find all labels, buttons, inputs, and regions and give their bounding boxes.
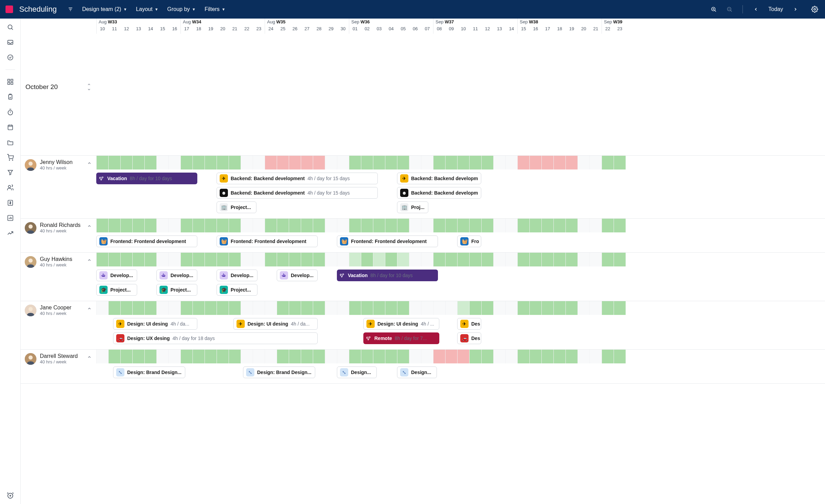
booking-bar[interactable]: 🚗Design: UX desing 4h / day for 18 days bbox=[113, 332, 318, 344]
resource-name: Jenny Wilson bbox=[40, 159, 73, 165]
resource-lane[interactable]: Vacation 8h / day for 10 days✈Backend: B… bbox=[96, 156, 825, 218]
booking-bar[interactable]: 🧺Fro bbox=[457, 235, 481, 247]
utilization-cell bbox=[180, 253, 192, 266]
booking-bar[interactable]: 🏢Proj... bbox=[397, 201, 428, 213]
app-logo[interactable] bbox=[6, 6, 13, 13]
team-filter-dropdown[interactable]: Design team (2)▼ bbox=[81, 4, 129, 14]
plane-icon: ✈ bbox=[236, 320, 245, 328]
svg-point-26 bbox=[29, 307, 33, 311]
booking-bar[interactable]: ☻Backend: Backend developm bbox=[397, 187, 481, 199]
utilization-cell bbox=[565, 253, 578, 266]
timer-icon[interactable] bbox=[7, 108, 14, 116]
dashboard-icon[interactable] bbox=[7, 78, 14, 86]
utilization-cell bbox=[553, 219, 565, 232]
utilization-cell bbox=[541, 219, 553, 232]
invoice-icon[interactable] bbox=[7, 199, 14, 207]
booking-bar[interactable]: 🎓Project... bbox=[96, 284, 137, 296]
utilization-cell bbox=[373, 301, 385, 315]
booking-bar[interactable]: ⛴Develop... bbox=[156, 270, 197, 281]
booking-bar[interactable]: 🧺Frontend: Frontend development bbox=[96, 235, 197, 247]
utilization-strip bbox=[96, 219, 825, 232]
date-stepper-icon[interactable] bbox=[87, 82, 91, 92]
barchart-icon[interactable] bbox=[7, 214, 14, 222]
utilization-cell bbox=[553, 350, 565, 363]
resource-name: Guy Hawkins bbox=[40, 256, 72, 262]
resource-row: Ronald Richards 40 hrs / week 🧺Frontend:… bbox=[21, 219, 825, 253]
settings-icon[interactable] bbox=[810, 4, 820, 14]
team-icon[interactable] bbox=[7, 184, 14, 191]
collapse-row-icon[interactable] bbox=[87, 222, 92, 229]
cart-icon[interactable] bbox=[7, 154, 14, 161]
folder-icon[interactable] bbox=[7, 139, 14, 146]
booking-bar[interactable]: 🧺Frontend: Frontend development bbox=[217, 235, 318, 247]
avatar[interactable] bbox=[25, 256, 36, 268]
utilization-cell bbox=[229, 301, 241, 315]
booking-bar[interactable]: ⛴Develop... bbox=[277, 270, 318, 281]
booking-bar[interactable]: ☻Backend: Backend development 4h / day f… bbox=[217, 187, 378, 199]
day-header: 17 bbox=[180, 26, 192, 34]
utilization-cell bbox=[253, 350, 265, 363]
trend-icon[interactable] bbox=[7, 229, 14, 237]
filters-dropdown[interactable]: Filters▼ bbox=[203, 4, 227, 14]
booking-label: Project... bbox=[170, 287, 191, 293]
resource-lane[interactable]: ⛴Develop...⛴Develop...⛴Develop...⛴Develo… bbox=[96, 253, 825, 301]
day-header: 18 bbox=[192, 26, 205, 34]
collapse-row-icon[interactable] bbox=[87, 256, 92, 263]
booking-bar[interactable]: 🚗Des bbox=[457, 332, 481, 344]
utilization-cell bbox=[505, 219, 517, 232]
utilization-cell bbox=[132, 253, 144, 266]
utilization-cell bbox=[156, 350, 168, 363]
resource-lane[interactable]: ⤡Design: Brand Design...⤡Design: Brand D… bbox=[96, 350, 825, 383]
collapse-row-icon[interactable] bbox=[87, 159, 92, 166]
booking-bar[interactable]: 🧺Frontend: Frontend development bbox=[337, 235, 438, 247]
avatar[interactable] bbox=[25, 159, 36, 171]
avatar[interactable] bbox=[25, 222, 36, 234]
booking-bar[interactable]: ⤡Design... bbox=[337, 366, 377, 378]
resource-lane[interactable]: ✈Design: UI desing 4h / da...✈Design: UI… bbox=[96, 301, 825, 349]
booking-bar[interactable]: ⛴Develop... bbox=[96, 270, 137, 281]
clipboard-icon[interactable] bbox=[7, 93, 14, 101]
booking-bar[interactable]: ✈Design: UI desing 4h / da... bbox=[113, 318, 197, 330]
svg-point-13 bbox=[9, 160, 10, 161]
booking-bar[interactable]: ✈Des bbox=[457, 318, 481, 330]
layout-dropdown[interactable]: Layout▼ bbox=[135, 4, 160, 14]
inbox-icon[interactable] bbox=[7, 39, 14, 46]
utilization-cell bbox=[541, 350, 553, 363]
collapse-row-icon[interactable] bbox=[87, 353, 92, 360]
add-alarm-icon[interactable] bbox=[7, 492, 14, 499]
collapse-row-icon[interactable] bbox=[87, 305, 92, 311]
funnel-icon[interactable] bbox=[7, 169, 14, 176]
zoom-out-icon[interactable] bbox=[725, 4, 734, 14]
booking-bar[interactable]: ⤡Design: Brand Design... bbox=[243, 366, 315, 378]
booking-bar[interactable]: ⛴Develop... bbox=[217, 270, 257, 281]
utilization-cell bbox=[120, 156, 132, 169]
avatar[interactable] bbox=[25, 305, 36, 316]
utilization-cell bbox=[168, 350, 180, 363]
booking-bar[interactable]: ✈Design: UI desing 4h / da... bbox=[233, 318, 318, 330]
check-circle-icon[interactable] bbox=[7, 54, 14, 61]
booking-bar[interactable]: Vacation 8h / day for 10 days bbox=[96, 173, 197, 184]
booking-bar[interactable]: ✈Backend: Backend developm bbox=[397, 173, 481, 184]
booking-bar[interactable]: Remote 8h / day for 7... bbox=[363, 332, 439, 344]
filter-icon-button[interactable] bbox=[66, 4, 75, 14]
today-button[interactable]: Today bbox=[767, 4, 784, 14]
booking-bar[interactable]: ✈Backend: Backend development 4h / day f… bbox=[217, 173, 378, 184]
zoom-in-icon[interactable] bbox=[709, 4, 718, 14]
plane-icon: ✈ bbox=[116, 320, 124, 328]
groupby-dropdown[interactable]: Group by▼ bbox=[166, 4, 197, 14]
booking-bar[interactable]: ⤡Design... bbox=[397, 366, 437, 378]
svg-point-20 bbox=[29, 162, 33, 166]
booking-bar[interactable]: 🎓Project... bbox=[217, 284, 257, 296]
search-icon[interactable] bbox=[7, 23, 14, 31]
next-period-icon[interactable] bbox=[791, 4, 800, 14]
booking-bar[interactable]: 🏢Project... bbox=[217, 201, 256, 213]
prev-period-icon[interactable] bbox=[751, 4, 761, 14]
resource-lane[interactable]: 🧺Frontend: Frontend development🧺Frontend… bbox=[96, 219, 825, 252]
booking-bar[interactable]: ✈Design: UI desing 4h / ... bbox=[363, 318, 439, 330]
avatar[interactable] bbox=[25, 353, 36, 365]
booking-bar[interactable]: 🎓Project... bbox=[156, 284, 197, 296]
booking-bar[interactable]: ⤡Design: Brand Design... bbox=[113, 366, 185, 378]
calendar-icon[interactable] bbox=[7, 123, 14, 131]
utilization-cell bbox=[505, 350, 517, 363]
booking-bar[interactable]: Vacation 8h / day for 10 days bbox=[337, 270, 438, 281]
